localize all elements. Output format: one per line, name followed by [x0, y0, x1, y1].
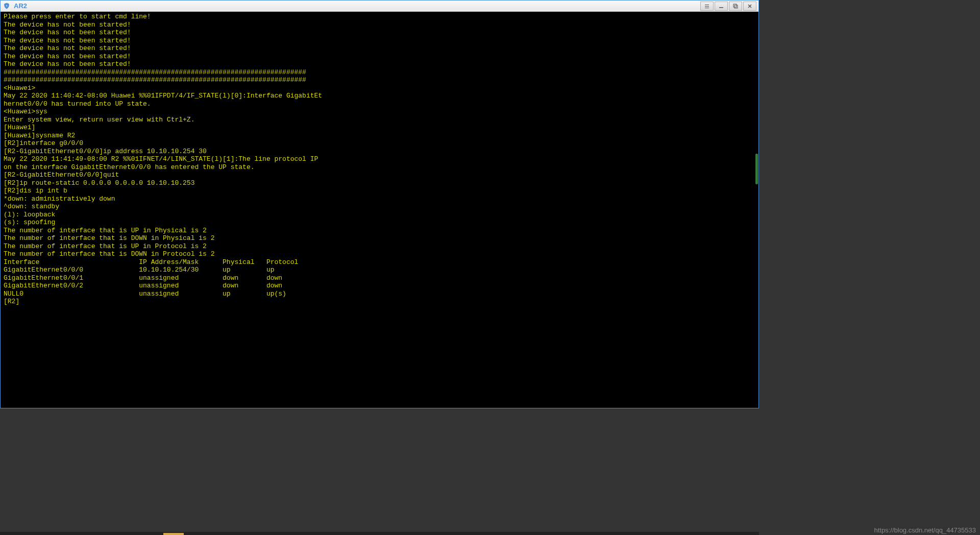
terminal-line: ^down: standby — [4, 203, 755, 211]
terminal-line: <Huawei> — [4, 84, 755, 92]
scrollbar-thumb[interactable] — [755, 154, 758, 184]
terminal-line: GigabitEthernet0/0/2 unassigned down dow… — [4, 282, 755, 290]
terminal-line: on the interface GigabitEthernet0/0/0 ha… — [4, 163, 755, 172]
svg-rect-4 — [733, 4, 737, 7]
taskbar — [0, 532, 759, 535]
terminal-line: The number of interface that is DOWN in … — [4, 250, 755, 258]
terminal-line: [R2] — [4, 298, 755, 306]
terminal-line: [R2-GigabitEthernet0/0/0]quit — [4, 171, 755, 179]
terminal-line: NULL0 unassigned up up(s) — [4, 290, 755, 298]
terminal-line: Interface IP Address/Mask Physical Proto… — [4, 258, 755, 266]
terminal-line: [Huawei]sysname R2 — [4, 132, 755, 140]
terminal-line: The number of interface that is DOWN in … — [4, 234, 755, 242]
terminal-line: May 22 2020 11:40:42-08:00 Huawei %%01IF… — [4, 92, 755, 100]
window-titlebar[interactable]: AR2 — [1, 1, 758, 12]
taskbar-item[interactable] — [163, 533, 184, 535]
terminal-line: GigabitEthernet0/0/0 10.10.10.254/30 up … — [4, 266, 755, 274]
terminal-line: hernet0/0/0 has turned into UP state. — [4, 100, 755, 108]
svg-rect-2 — [705, 8, 709, 8]
terminal-line: The device has not been started! — [4, 21, 755, 29]
terminal-line: GigabitEthernet0/0/1 unassigned down dow… — [4, 274, 755, 282]
terminal-line: ########################################… — [4, 68, 755, 77]
terminal-line: [R2]ip route-static 0.0.0.0 0.0.0.0 10.1… — [4, 179, 755, 187]
watermark-text: https://blog.csdn.net/qq_44735533 — [874, 526, 976, 534]
svg-rect-1 — [705, 6, 709, 7]
terminal-line: (l): loopback — [4, 211, 755, 219]
terminal-line: [Huawei] — [4, 124, 755, 132]
terminal-line: <Huawei>sys — [4, 108, 755, 116]
terminal-window: AR2 Please press enter to start cmd line… — [0, 0, 759, 408]
terminal-line: (s): spoofing — [4, 218, 755, 227]
window-controls — [700, 2, 756, 11]
window-title: AR2 — [14, 2, 700, 10]
terminal-line: [R2]interface g0/0/0 — [4, 139, 755, 148]
terminal-line: The number of interface that is UP in Pr… — [4, 242, 755, 251]
maximize-button[interactable] — [729, 2, 742, 11]
close-button[interactable] — [743, 2, 756, 11]
terminal-line: May 22 2020 11:41:49-08:00 R2 %%01IFNET/… — [4, 155, 755, 163]
terminal-line: [R2]dis ip int b — [4, 187, 755, 195]
terminal-line: The device has not been started! — [4, 53, 755, 61]
terminal-line: The device has not been started! — [4, 60, 755, 68]
terminal-line: Enter system view, return user view with… — [4, 116, 755, 124]
minimize-button[interactable] — [715, 2, 728, 11]
terminal-output[interactable]: Please press enter to start cmd line!The… — [1, 12, 758, 408]
svg-rect-0 — [705, 5, 709, 5]
terminal-line: Please press enter to start cmd line! — [4, 13, 755, 21]
menu-button[interactable] — [700, 2, 714, 11]
svg-rect-3 — [719, 7, 723, 8]
terminal-line: *down: administratively down — [4, 195, 755, 203]
terminal-line: The device has not been started! — [4, 29, 755, 37]
terminal-line: [R2-GigabitEthernet0/0/0]ip address 10.1… — [4, 148, 755, 156]
app-icon — [3, 2, 11, 10]
terminal-line: ########################################… — [4, 76, 755, 84]
terminal-line: The number of interface that is UP in Ph… — [4, 227, 755, 235]
terminal-line: The device has not been started! — [4, 37, 755, 45]
terminal-line: The device has not been started! — [4, 44, 755, 53]
svg-rect-5 — [734, 5, 738, 8]
